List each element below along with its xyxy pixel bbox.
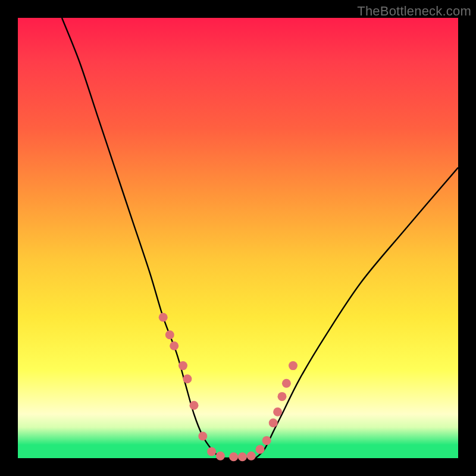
marker-dot — [256, 445, 265, 454]
marker-dot — [159, 313, 168, 322]
marker-dot — [247, 452, 256, 461]
marker-dot — [198, 432, 207, 441]
watermark-text: TheBottleneck.com — [357, 4, 471, 19]
marker-dot — [269, 418, 278, 427]
marker-dot — [165, 330, 174, 339]
curve-right-branch — [256, 168, 458, 458]
marker-dot — [262, 436, 271, 445]
marker-dot — [278, 392, 287, 401]
marker-dots — [159, 313, 298, 462]
marker-dot — [273, 408, 282, 416]
marker-dot — [289, 361, 298, 370]
marker-dot — [190, 401, 199, 410]
marker-dot — [229, 452, 238, 461]
marker-dot — [207, 447, 216, 456]
outer-frame: TheBottleneck.com — [0, 0, 476, 476]
curve-left-branch — [62, 18, 220, 458]
chart-svg — [18, 18, 458, 458]
marker-dot — [216, 452, 225, 461]
marker-dot — [178, 361, 187, 370]
plot-area — [18, 18, 458, 458]
marker-dot — [170, 342, 178, 350]
marker-dot — [282, 379, 291, 388]
marker-dot — [238, 452, 247, 461]
marker-dot — [183, 374, 192, 383]
